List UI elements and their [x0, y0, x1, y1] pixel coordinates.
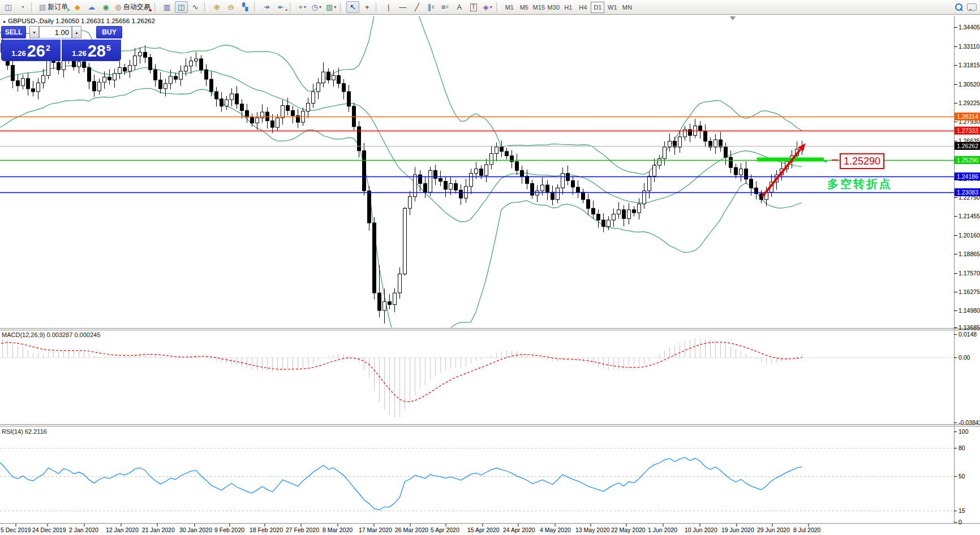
- sell-button[interactable]: SELL: [1, 26, 26, 38]
- zoom-in-icon[interactable]: ⊕: [210, 1, 223, 13]
- date-axis-label: 18 Feb 2020: [250, 527, 283, 533]
- buy-button[interactable]: BUY: [96, 26, 122, 38]
- channel-icon[interactable]: ∥E: [424, 1, 437, 13]
- price-axis-tick: 1.30520: [958, 81, 980, 88]
- date-axis-label: 5 Apr 2020: [431, 527, 459, 533]
- price-badge: 1.26262: [955, 142, 980, 150]
- tick-chart-icon[interactable]: ◔: [16, 1, 29, 13]
- chart-window-icon[interactable]: ◫: [2, 1, 15, 13]
- candlestick-icon[interactable]: ◫: [175, 1, 188, 13]
- timeframe-d1[interactable]: D1: [591, 2, 604, 13]
- horizontal-line-icon[interactable]: —: [396, 1, 409, 13]
- date-axis-label: 21 Jan 2020: [142, 527, 175, 533]
- macd-label: MACD(12,26,9) 0.003287 0.000245: [2, 331, 100, 338]
- toolbar-separator: [31, 2, 35, 12]
- price-badge: 1.27333: [955, 127, 980, 135]
- buy-price-digits: 28: [88, 43, 106, 59]
- price-annotation-label[interactable]: 1.25290: [840, 153, 884, 169]
- toolbar-separator: [254, 2, 258, 12]
- buy-price-pip: 5: [106, 44, 111, 53]
- cursor-icon[interactable]: ↖: [346, 1, 359, 13]
- toolbar-separator: [496, 2, 500, 12]
- trendline-icon[interactable]: ╱: [410, 1, 423, 13]
- chat-icon[interactable]: [967, 3, 977, 11]
- sell-price-button[interactable]: 1.26 26 2: [1, 40, 61, 61]
- timeframe-w1[interactable]: W1: [605, 2, 619, 13]
- price-axis-tick: 1.14980: [958, 307, 980, 314]
- line-chart-icon[interactable]: ∿: [189, 1, 202, 13]
- date-axis-label: 26 Mar 2020: [395, 527, 428, 533]
- one-click-trading-panel: SELL ▼ ▲ BUY 1.26 26 2 1.26 28 5: [1, 26, 122, 61]
- cn-annotation-text[interactable]: 多空转折点: [827, 176, 892, 192]
- vertical-line-icon[interactable]: |: [382, 1, 395, 13]
- price-badge: 1.23083: [955, 188, 980, 196]
- templates-icon[interactable]: ▨▾: [324, 1, 338, 13]
- date-axis-label: 2 Jan 2020: [69, 527, 98, 533]
- rsi-axis-tick: 50: [958, 473, 965, 480]
- bar-chart-icon[interactable]: ▥: [161, 1, 174, 13]
- timeframe-m5[interactable]: M5: [517, 2, 531, 13]
- timeframe-m15[interactable]: M15: [532, 2, 545, 13]
- date-axis-label: 1 Jun 2020: [648, 527, 677, 533]
- toolbar-separator: [154, 2, 158, 12]
- arrows-icon[interactable]: ◈▾: [481, 1, 494, 13]
- text-icon[interactable]: A: [453, 1, 466, 13]
- fibonacci-icon[interactable]: ≡F: [439, 1, 452, 13]
- date-axis-label: 24 Apr 2020: [503, 527, 535, 533]
- indicators-icon[interactable]: +▾: [296, 1, 309, 13]
- date-axis-label: 9 Feb 2020: [214, 527, 244, 533]
- price-axis-tick: 1.33110: [958, 43, 979, 50]
- sell-price-digits: 26: [27, 43, 45, 59]
- price-axis-tick: 1.34405: [958, 24, 980, 31]
- buy-price-prefix: 1.26: [72, 49, 86, 58]
- signals-icon[interactable]: ◉: [99, 1, 112, 13]
- date-axis-label: 30 Jan 2020: [179, 527, 212, 533]
- search-icon[interactable]: [955, 3, 962, 11]
- rsi-axis-tick: 0: [958, 519, 962, 525]
- symbol-ohlc-text: GBPUSD-,Daily 1.26050 1.26631 1.25656 1.…: [8, 18, 155, 24]
- price-axis-tick: 1.16275: [958, 288, 980, 295]
- timeframe-h1[interactable]: H1: [561, 2, 575, 13]
- date-axis-label: 13 May 2020: [575, 527, 610, 533]
- gold-icon[interactable]: ◆: [71, 1, 84, 13]
- price-axis-tick: 1.20160: [958, 232, 980, 239]
- date-axis-label: 29 Jun 2020: [757, 527, 790, 533]
- date-axis-label: 24 Dec 2019: [32, 527, 66, 533]
- date-axis-label: 10 Jun 2020: [685, 527, 717, 533]
- periods-icon[interactable]: ◷▾: [310, 1, 323, 13]
- date-axis-label: 27 Feb 2020: [286, 527, 319, 533]
- chart-shift-icon[interactable]: ↞•: [274, 1, 287, 13]
- lot-size-input[interactable]: [39, 26, 72, 38]
- lot-decrease-button[interactable]: ▼: [29, 26, 39, 38]
- label-icon[interactable]: T: [467, 1, 480, 13]
- rsi-label: RSI(14) 62.2116: [2, 428, 47, 435]
- crosshair-icon[interactable]: +: [360, 1, 373, 13]
- symbol-ohlc-label: ▲ GBPUSD-,Daily 1.26050 1.26631 1.25656 …: [2, 18, 155, 24]
- toolbar: ◫◔▤+新订单◆☁◉◍●自动交易▥◫∿⊕⊖▚↠↞•+▾◷▾▨▾↖+|—╱∥E≡F…: [0, 0, 980, 15]
- new-order-button[interactable]: ▤+新订单: [37, 1, 70, 13]
- timeframe-mn[interactable]: MN: [620, 2, 634, 13]
- timeframe-m30[interactable]: M30: [547, 2, 560, 13]
- macd-axis-tick: 0.0148: [958, 331, 977, 338]
- price-badge: 1.25290: [955, 156, 980, 164]
- timeframe-m1[interactable]: M1: [502, 2, 516, 13]
- macd-axis-tick: -0.038415: [958, 419, 980, 426]
- price-axis-tick: 1.21455: [958, 213, 980, 219]
- zoom-out-icon[interactable]: ⊖: [225, 1, 238, 13]
- auto-scroll-icon[interactable]: ↠: [260, 1, 273, 13]
- rsi-axis-tick: 80: [958, 445, 965, 451]
- lot-increase-button[interactable]: ▲: [72, 26, 81, 38]
- rsi-axis-tick: 15: [958, 507, 965, 514]
- date-axis-label: 12 Jan 2020: [106, 527, 139, 533]
- green-highlight-dot[interactable]: [824, 160, 827, 162]
- date-axis-label: 8 Jul 2020: [793, 527, 820, 533]
- date-axis-label: 4 May 2020: [540, 527, 571, 533]
- price-axis-tick: 1.17570: [958, 270, 980, 277]
- price-axis-tick: 1.31815: [958, 62, 980, 68]
- community-icon[interactable]: ☁: [85, 1, 98, 13]
- tile-windows-icon[interactable]: ▚: [239, 1, 252, 13]
- buy-price-button[interactable]: 1.26 28 5: [62, 40, 121, 61]
- autotrading-button[interactable]: ◍●自动交易: [113, 1, 152, 13]
- timeframe-h4[interactable]: H4: [576, 2, 590, 13]
- toolbar-separator: [204, 2, 208, 12]
